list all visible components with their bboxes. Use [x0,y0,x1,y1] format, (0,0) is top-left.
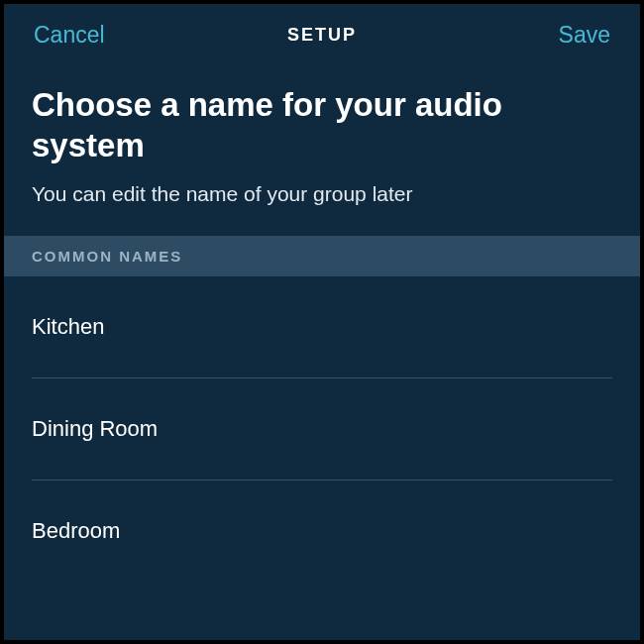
list-item[interactable]: Kitchen [32,276,612,378]
list-item[interactable]: Dining Room [32,378,612,481]
main-heading: Choose a name for your audio system [32,84,612,166]
page-title: SETUP [287,25,357,46]
save-button[interactable]: Save [531,22,610,49]
list-item[interactable]: Bedroom [32,481,612,582]
common-names-list: Kitchen Dining Room Bedroom [4,276,640,582]
cancel-button[interactable]: Cancel [34,22,113,49]
content-area: Choose a name for your audio system You … [4,66,640,206]
section-header-common-names: COMMON NAMES [4,236,640,276]
header-bar: Cancel SETUP Save [4,4,640,66]
main-subtitle: You can edit the name of your group late… [32,182,612,206]
